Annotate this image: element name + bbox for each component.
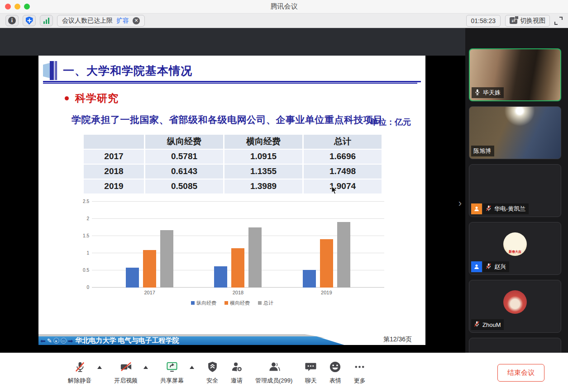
table-cell: 0.5085 <box>145 179 223 194</box>
network-quality-button[interactable] <box>40 15 53 26</box>
fullscreen-button[interactable] <box>554 17 563 25</box>
avatar <box>503 175 527 198</box>
pen-icon[interactable]: ✎ <box>47 338 52 344</box>
y-axis-tick: 0.5 <box>80 268 89 273</box>
table-cell: 1.9074 <box>304 179 382 194</box>
participant-tile-毕天姝[interactable]: 毕天姝 <box>469 48 561 101</box>
share-screen-button[interactable]: 共享屏幕 <box>160 361 184 385</box>
legend-swatch-icon <box>191 301 195 305</box>
invite-icon <box>230 361 243 373</box>
legend-item: 总计 <box>258 300 273 307</box>
participant-tile-partial[interactable] <box>469 338 561 353</box>
members-button[interactable]: 管理成员(299) <box>255 361 292 385</box>
participant-sidebar: 毕天姝陈旭博华电-黄凯兰新春大吉赵兴ZhouM <box>465 28 568 353</box>
bar-group-2017 <box>126 202 173 288</box>
bar-总计-2018 <box>248 227 262 288</box>
end-meeting-button[interactable]: 结束会议 <box>497 364 544 382</box>
toolbar-label: 聊天 <box>305 377 317 385</box>
participant-tile-陈旭博[interactable]: 陈旭博 <box>469 106 561 159</box>
participant-tile-ZhouM[interactable]: ZhouM <box>469 280 561 333</box>
table-row: 20170.57811.09151.6696 <box>84 150 382 164</box>
camera-off-button[interactable]: 开启视频 <box>114 361 138 385</box>
invite-button[interactable]: 邀请 <box>230 361 243 385</box>
switch-view-icon: ⇄ <box>510 17 517 24</box>
table-cell: 横向经费 <box>224 135 302 149</box>
toolbar-label: 开启视频 <box>114 377 138 385</box>
legend-label: 总计 <box>263 300 273 307</box>
table-cell: 1.3989 <box>224 179 302 194</box>
mic-muted-icon <box>485 205 492 213</box>
participant-name: 赵兴 <box>494 263 506 271</box>
table-cell: 总计 <box>304 135 382 149</box>
y-axis-tick: 2 <box>80 216 89 221</box>
nav-circle-icon[interactable]: ▣ <box>53 338 59 344</box>
table-cell: 0.5781 <box>145 150 223 164</box>
legend-swatch-icon <box>224 301 228 305</box>
participant-name-tag: 华电-黄凯兰 <box>483 203 529 214</box>
table-cell: 1.7498 <box>304 165 382 179</box>
table-row: 20180.61431.13551.7498 <box>84 165 382 179</box>
bar-总计-2019 <box>337 222 350 288</box>
window-title: 腾讯会议 <box>0 2 568 11</box>
slide-footer: ⬅ ✎ ▣ ••• ➡ 华北电力大学 电气与电子工程学院 第12/36页 <box>38 334 425 345</box>
legend-item: 横向经费 <box>224 300 250 307</box>
meeting-top-toolbar: i 会议人数已达上限 扩容 ✕ 01:58:23 ⇄ 切换视图 <box>0 14 568 28</box>
x-axis-label: 2018 <box>218 290 258 295</box>
mic-icon <box>474 89 481 97</box>
meeting-timer: 01:58:23 <box>466 15 501 27</box>
y-axis-tick: 0 <box>80 285 89 290</box>
slide-section-title: 一、大学和学院基本情况 <box>63 63 192 79</box>
participant-tile-华电-黄凯兰[interactable]: 华电-黄凯兰 <box>469 164 561 217</box>
toolbar-label: 邀请 <box>231 377 243 385</box>
y-axis-tick: 2.5 <box>80 199 89 204</box>
more-button[interactable]: 更多 <box>353 361 366 385</box>
legend-swatch-icon <box>258 301 262 305</box>
legend-label: 横向经费 <box>230 300 250 307</box>
meeting-info-button[interactable]: i <box>5 15 19 26</box>
shield-icon <box>207 361 218 373</box>
participant-name-tag: 陈旭博 <box>471 146 494 156</box>
toolbar-label: 表情 <box>329 377 341 385</box>
chat-button[interactable]: 聊天 <box>305 361 317 385</box>
shield-button[interactable]: 安全 <box>206 361 218 385</box>
toolbar-label: 解除静音 <box>68 377 91 385</box>
table-cell: 纵向经费 <box>145 135 223 149</box>
legend-item: 纵向经费 <box>191 300 216 307</box>
table-cell <box>84 135 144 149</box>
mic-muted-icon <box>485 263 492 271</box>
caret-up-icon[interactable] <box>143 366 148 369</box>
shield-plus-icon <box>26 17 33 25</box>
switch-view-button[interactable]: ⇄ 切换视图 <box>505 15 550 27</box>
bar-group-2019 <box>303 202 350 288</box>
toolbar-label: 管理成员(299) <box>255 377 292 385</box>
close-notice-icon[interactable]: ✕ <box>133 17 140 24</box>
participant-name-tag: 赵兴 <box>483 261 509 272</box>
mic-muted-button[interactable]: 解除静音 <box>68 361 91 385</box>
participant-tile-赵兴[interactable]: 新春大吉赵兴 <box>469 222 561 275</box>
caret-up-icon[interactable] <box>97 366 102 369</box>
emoji-button[interactable]: 表情 <box>329 361 341 385</box>
bar-横向经费-2017 <box>143 250 156 288</box>
members-icon <box>267 361 280 373</box>
bar-纵向经费-2019 <box>303 270 316 288</box>
next-slide-icon[interactable]: ➡ <box>68 338 73 344</box>
share-top-band <box>0 28 465 56</box>
switch-view-label: 切换视图 <box>520 17 545 25</box>
prev-slide-icon[interactable]: ⬅ <box>40 338 46 344</box>
participant-name-tag: 毕天姝 <box>472 87 504 98</box>
expand-capacity-link[interactable]: 扩容 <box>116 17 129 25</box>
toolbar-label: 安全 <box>206 377 218 385</box>
toolbar-label: 更多 <box>354 377 366 385</box>
collapse-sidebar-chevron[interactable]: › <box>458 198 462 209</box>
meeting-bottom-toolbar: 解除静音开启视频共享屏幕安全邀请管理成员(299)聊天表情更多 结束会议 <box>0 353 568 392</box>
menu-circle-icon[interactable]: ••• <box>61 338 67 344</box>
orange-member-badge <box>471 203 482 214</box>
mouse-cursor <box>331 186 338 195</box>
share-screen-icon <box>166 361 178 373</box>
caret-up-icon[interactable] <box>190 366 194 369</box>
table-cell: 1.0915 <box>224 150 302 164</box>
network-protect-button[interactable] <box>23 15 36 26</box>
table-cell: 2018 <box>84 165 144 179</box>
slide-title-row: 一、大学和学院基本情况 <box>43 61 421 82</box>
funding-bar-chart: 00.511.522.5 201720182019 纵向经费横向经费总计 <box>80 202 384 307</box>
